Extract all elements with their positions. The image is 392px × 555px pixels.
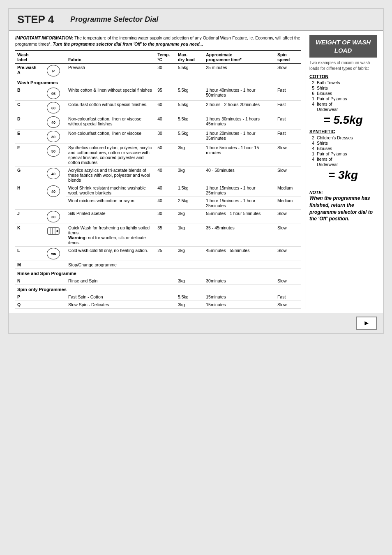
- section-label: Rinse and Spin Programme: [15, 269, 301, 278]
- col-header-spin: Spinspeed: [275, 51, 301, 64]
- item-count: [309, 162, 314, 167]
- item-label: Pair of Pyjamas: [317, 96, 347, 101]
- sidebar-intro: Two examples of maximum wash loads for d…: [309, 60, 377, 72]
- note-title: NOTE:: [309, 190, 323, 195]
- row-label: Q: [15, 301, 41, 309]
- item-count: 4: [309, 141, 314, 146]
- temp-cell: 40: [155, 166, 176, 184]
- fabric-cell: Wool Shrink resistant machine washable w…: [66, 184, 155, 197]
- dry-cell: 5.5kg: [176, 64, 204, 78]
- list-item: 4Shirts: [309, 141, 377, 146]
- col-header-fabric: Fabric: [66, 51, 155, 64]
- temp-cell: [155, 293, 176, 301]
- sidebar: WEIGHT OF WASH LOAD Two examples of maxi…: [305, 35, 377, 309]
- important-bold: Turn the programme selector dial from 'O…: [53, 42, 203, 46]
- table-row: P Fast Spin - Cotton 5.5kg 15minutes Fas…: [15, 293, 301, 301]
- spin-cell: Fast: [275, 86, 301, 101]
- temp-cell: [155, 277, 176, 285]
- row-label: L: [15, 247, 41, 261]
- row-label: F: [15, 144, 41, 166]
- dial-cell: 50: [41, 144, 66, 166]
- col-header-temp: Temp.°C: [155, 51, 176, 64]
- item-count: 1: [309, 96, 314, 101]
- dial-cell: [41, 277, 66, 285]
- dial-cell: [41, 301, 66, 309]
- col-header-dial: [41, 51, 66, 64]
- temp-cell: [155, 301, 176, 309]
- dial-indicator: 40: [47, 116, 60, 128]
- dry-cell: 3kg: [176, 166, 204, 184]
- spin-cell: Slow: [275, 277, 301, 285]
- dry-cell: 5.5kg: [176, 101, 204, 115]
- temp-cell: 40: [155, 115, 176, 130]
- time-cell: [204, 261, 275, 269]
- item-count: 6: [309, 91, 314, 96]
- list-item: 4Items of: [309, 157, 377, 162]
- time-cell: 1 hour 5minutes - 1 hour 15 minutes: [204, 144, 275, 166]
- col-header-wash: Washlabel: [15, 51, 41, 64]
- fabric-cell: Quick Wash for freshening up lightly soi…: [66, 224, 155, 247]
- synthetic-list: 2Children's Dresses 4Shirts 4Blouses 1Pa…: [309, 135, 377, 167]
- spin-cell: Slow: [275, 301, 301, 309]
- temp-cell: 40: [155, 197, 176, 210]
- time-cell: 1 hour 15minutes - 1 hour 25minutes: [204, 184, 275, 197]
- row-label: M: [15, 261, 41, 269]
- item-label: Children's Dresses: [317, 135, 353, 140]
- list-item: 1Pair of Pyjamas: [309, 96, 377, 101]
- col-header-approx: Approximateprogramme time*: [204, 51, 275, 64]
- cotton-list: 2Bath Towels 5Shirts 6Blouses 1Pair of P…: [309, 80, 377, 112]
- dial-cell: 40: [41, 115, 66, 130]
- dial-cell: 30: [41, 210, 66, 224]
- time-cell: 2 hours - 2 hours 20minutes: [204, 101, 275, 115]
- step-title: STEP 4: [17, 13, 54, 26]
- dial-indicator: 60: [47, 102, 60, 113]
- fabric-cell: Non-colourfast cotton, linen or viscose …: [66, 115, 155, 130]
- item-count: 1: [309, 151, 314, 156]
- time-cell: 1 hour 40minutes - 1 hour 50minutes: [204, 86, 275, 101]
- dry-cell: [176, 261, 204, 269]
- table-row: K Quick Wash for freshening up lightly s…: [15, 224, 301, 247]
- row-label: B: [15, 86, 41, 101]
- dry-cell: 2.5kg: [176, 197, 204, 210]
- list-item: 2Bath Towels: [309, 80, 377, 85]
- temp-cell: 25: [155, 247, 176, 261]
- fabric-cell: Silk Printed acetate: [66, 210, 155, 224]
- header: STEP 4 Programme Selector Dial: [9, 9, 383, 31]
- item-label: Shirts: [317, 86, 328, 90]
- dial-indicator: 30: [47, 131, 60, 142]
- important-label: IMPORTANT INFORMATION:: [15, 35, 73, 40]
- row-label: Pre-washA: [15, 64, 41, 78]
- item-label: Bath Towels: [317, 80, 340, 85]
- list-item: 1Pair of Pyjamas: [309, 151, 377, 156]
- table-row: L MIN Cold wash cold fill only, no heati…: [15, 247, 301, 261]
- item-label: Items of: [317, 157, 332, 162]
- list-item: 6Blouses: [309, 91, 377, 96]
- temp-cell: 95: [155, 86, 176, 101]
- dry-cell: 3kg: [176, 210, 204, 224]
- item-label: Items of: [317, 102, 332, 106]
- quick-wash-icon: [47, 225, 60, 237]
- time-cell: 55minutes - 1 hour 5minutes: [204, 210, 275, 224]
- dry-cell: 1kg: [176, 224, 204, 247]
- time-cell: 1 hour 15minutes - 1 hour 25minutes: [204, 197, 275, 210]
- table-row: E 30 Non-colourfast cotton, linen or vis…: [15, 130, 301, 144]
- spin-cell: Fast: [275, 101, 301, 115]
- time-cell: 40 - 50minutes: [204, 166, 275, 184]
- page-subtitle: Programme Selector Dial: [70, 15, 158, 24]
- next-arrow[interactable]: ►: [356, 317, 377, 330]
- bottom-nav: ►: [9, 313, 383, 333]
- fabric-cell: Slow Spin - Delicates: [66, 301, 155, 309]
- fabric-cell: Stop/Change programme: [66, 261, 155, 269]
- table-row: J 30 Silk Printed acetate 30 3kg 55minut…: [15, 210, 301, 224]
- weight-title: WEIGHT OF WASH LOAD: [316, 39, 371, 54]
- item-count: 5: [309, 86, 314, 90]
- dial-indicator: 95: [47, 88, 60, 99]
- dial-indicator: 40: [47, 168, 60, 179]
- svg-marker-4: [56, 229, 58, 233]
- content-area: IMPORTANT INFORMATION: The temperature o…: [9, 31, 383, 313]
- spin-cell: Slow: [275, 247, 301, 261]
- spin-cell: [275, 261, 301, 269]
- dial-indicator: MIN: [47, 248, 60, 259]
- fabric-cell: Wool mixtures with cotton or rayon.: [66, 197, 155, 210]
- synthetic-title: SYNTHETIC: [309, 129, 377, 134]
